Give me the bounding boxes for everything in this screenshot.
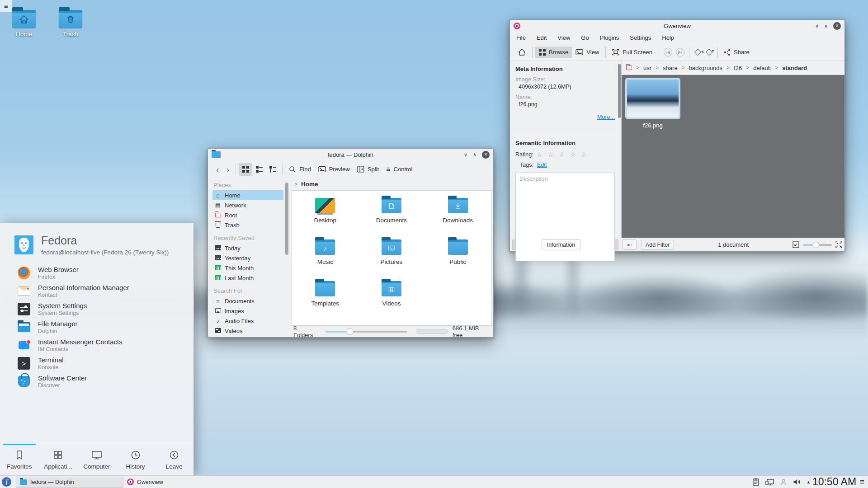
details-view-button[interactable] xyxy=(266,163,279,176)
close-icon[interactable]: × xyxy=(482,151,490,159)
folder-item-pictures[interactable]: Pictures xyxy=(359,237,425,278)
zoom-slider-knob[interactable] xyxy=(813,242,819,248)
breadcrumb-share[interactable]: share xyxy=(663,65,678,71)
clipboard-icon[interactable] xyxy=(752,478,760,486)
place-today[interactable]: Today xyxy=(212,243,283,253)
place-videos[interactable]: Videos xyxy=(212,326,283,336)
gwenview-titlebar[interactable]: Gwenview ∨ ∧ × xyxy=(510,20,844,32)
breadcrumb-standard[interactable]: standard xyxy=(782,65,807,71)
place-yesterday[interactable]: Yesterday xyxy=(212,253,283,263)
place-network[interactable]: ▤Network xyxy=(212,200,283,210)
user-avatar[interactable] xyxy=(14,235,33,254)
menu-plugins[interactable]: Plugins xyxy=(600,34,619,41)
menu-view[interactable]: View xyxy=(557,34,570,41)
folder-item-desktop[interactable]: Desktop xyxy=(292,195,359,237)
place-audio-files[interactable]: ♪Audio Files xyxy=(212,316,283,326)
forward-button[interactable]: › xyxy=(223,165,233,174)
zoom-slider[interactable] xyxy=(803,244,832,246)
task-dolphin[interactable]: fedora — Dolphin xyxy=(16,477,123,488)
tab-leave[interactable]: Leave xyxy=(155,444,193,475)
sidebar-scrollbar[interactable] xyxy=(618,64,621,118)
volume-icon[interactable] xyxy=(793,479,801,485)
browse-button[interactable]: Browse xyxy=(535,47,572,58)
breadcrumb-f26[interactable]: f26 xyxy=(734,65,742,71)
desktop-icon-home[interactable]: Home xyxy=(4,10,44,38)
folder-item-music[interactable]: ♪ Music xyxy=(292,237,359,278)
taskbar-clock[interactable]: 10:50 AM xyxy=(812,476,856,488)
full-screen-button[interactable]: Full Screen xyxy=(609,47,656,58)
app-im-contacts[interactable]: Instant Messenger ContactsIM Contacts xyxy=(0,336,193,354)
app-pim[interactable]: Personal Information ManagerKontact xyxy=(0,282,193,300)
home-button[interactable] xyxy=(514,47,529,58)
menu-file[interactable]: File xyxy=(516,34,526,41)
menu-go[interactable]: Go xyxy=(581,34,589,41)
find-button[interactable]: Find xyxy=(285,164,314,175)
desktop-icon-trash[interactable]: Trash xyxy=(51,10,90,38)
first-image-button[interactable] xyxy=(664,48,672,56)
app-software-center[interactable]: Software CenterDiscover xyxy=(0,372,193,390)
tab-information[interactable]: Information xyxy=(542,239,581,250)
task-gwenview[interactable]: Gwenview xyxy=(123,477,231,488)
panel-settings-icon[interactable]: ≡ xyxy=(860,478,864,487)
last-image-button[interactable] xyxy=(676,48,684,56)
folder-item-videos[interactable]: Videos xyxy=(359,278,425,320)
more-link[interactable]: More... xyxy=(515,114,615,120)
share-button[interactable]: Share xyxy=(721,47,753,58)
dolphin-titlebar[interactable]: fedora — Dolphin ∨ ∧ × xyxy=(208,149,493,160)
device-notifier-icon[interactable] xyxy=(765,479,774,486)
close-icon[interactable]: × xyxy=(833,22,841,30)
breadcrumb-usr[interactable]: usr xyxy=(643,65,651,71)
maximize-icon[interactable]: ∧ xyxy=(473,152,476,157)
icon-size-slider[interactable] xyxy=(326,331,407,333)
add-filter-button[interactable]: Add Filter xyxy=(641,240,675,250)
view-button[interactable]: View xyxy=(572,47,603,58)
place-home[interactable]: ⌂Home xyxy=(212,190,283,200)
minimize-icon[interactable]: ∨ xyxy=(464,152,467,157)
tab-computer[interactable]: Computer xyxy=(77,444,116,475)
thumbnail-f26[interactable] xyxy=(625,78,680,119)
folder-item-templates[interactable]: Templates xyxy=(292,278,359,320)
rotate-right-icon[interactable] xyxy=(706,49,713,56)
expand-tray-icon[interactable]: ▲ xyxy=(807,480,811,484)
tab-history[interactable]: History xyxy=(116,444,155,475)
enlarge-icon[interactable] xyxy=(835,241,842,248)
fit-zoom-icon[interactable] xyxy=(793,241,799,248)
rating-stars[interactable]: ☆ ☆ ☆ ☆ ☆ xyxy=(537,151,589,158)
preview-button[interactable]: Preview xyxy=(315,164,354,175)
control-button[interactable]: ≡ Control xyxy=(382,164,416,175)
place-this-month[interactable]: This Month xyxy=(212,263,283,273)
app-system-settings[interactable]: System SettingsSystem Settings xyxy=(0,300,193,318)
slider-knob[interactable] xyxy=(347,328,354,335)
split-button[interactable]: Split xyxy=(354,164,382,175)
rotate-left-icon[interactable] xyxy=(694,49,702,56)
place-last-month[interactable]: Last Month xyxy=(212,273,283,283)
application-launcher-button[interactable]: f xyxy=(2,477,11,487)
place-documents[interactable]: ≡Documents xyxy=(212,296,283,306)
tags-edit-link[interactable]: Edit xyxy=(537,162,547,168)
folder-item-public[interactable]: Public xyxy=(425,237,491,278)
place-images[interactable]: Images xyxy=(212,306,283,316)
breadcrumb-backgrounds[interactable]: backgrounds xyxy=(689,65,722,71)
menu-edit[interactable]: Edit xyxy=(537,34,547,41)
folder-item-downloads[interactable]: Downloads xyxy=(425,195,491,237)
tab-favorites[interactable]: Favorites xyxy=(0,444,39,475)
app-web-browser[interactable]: Web BrowserFirefox xyxy=(0,264,193,282)
app-file-manager[interactable]: File ManagerDolphin xyxy=(0,318,193,336)
menu-help[interactable]: Help xyxy=(662,34,674,41)
back-button[interactable]: ‹ xyxy=(212,165,223,174)
place-root[interactable]: Root xyxy=(212,210,283,220)
tab-applications[interactable]: Applicati... xyxy=(39,444,78,475)
breadcrumb-default[interactable]: default xyxy=(753,65,771,71)
places-scrollbar[interactable] xyxy=(285,183,288,255)
maximize-icon[interactable]: ∧ xyxy=(824,23,828,28)
app-terminal[interactable]: > TerminalKonsole xyxy=(0,354,193,372)
icons-view-button[interactable] xyxy=(239,163,252,176)
folder-item-documents[interactable]: Documents xyxy=(359,195,425,237)
menu-settings[interactable]: Settings xyxy=(630,34,651,41)
compact-view-button[interactable] xyxy=(252,163,266,176)
user-status-icon[interactable] xyxy=(780,479,787,486)
place-trash[interactable]: Trash xyxy=(212,220,283,230)
toggle-sidebar-button[interactable]: ⇤ xyxy=(623,239,636,250)
breadcrumb-home[interactable]: Home xyxy=(301,181,318,188)
minimize-icon[interactable]: ∨ xyxy=(815,23,819,28)
